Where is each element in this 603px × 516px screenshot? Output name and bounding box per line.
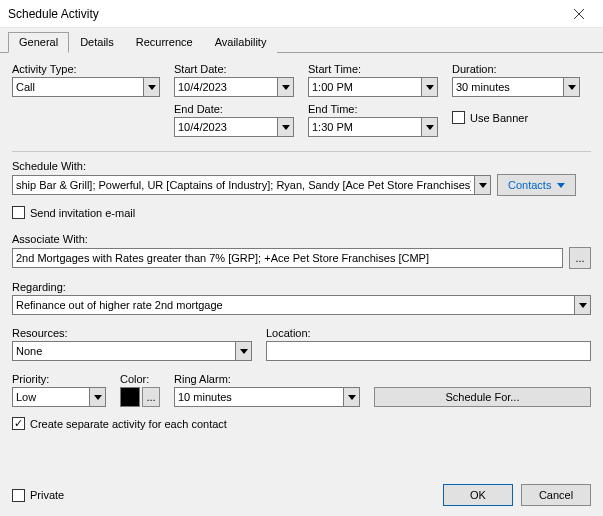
color-swatch[interactable] (120, 387, 140, 407)
divider (12, 151, 591, 152)
end-date-value[interactable] (174, 117, 277, 137)
create-separate-label: Create separate activity for each contac… (30, 418, 227, 430)
color-label: Color: (120, 373, 160, 385)
end-date-select[interactable] (174, 117, 294, 137)
chevron-down-icon[interactable] (277, 117, 294, 137)
end-time-value[interactable] (308, 117, 421, 137)
duration-value[interactable] (452, 77, 563, 97)
checkbox-icon (12, 417, 25, 430)
svg-marker-11 (240, 349, 248, 354)
chevron-down-icon[interactable] (89, 387, 106, 407)
resources-value[interactable] (12, 341, 235, 361)
chevron-down-icon[interactable] (421, 117, 438, 137)
tab-strip: General Details Recurrence Availability (0, 28, 603, 53)
private-checkbox[interactable]: Private (12, 489, 64, 502)
start-date-select[interactable] (174, 77, 294, 97)
location-label: Location: (266, 327, 591, 339)
title-bar: Schedule Activity (0, 0, 603, 28)
tab-content: Activity Type: Start Date: End Date: (0, 53, 603, 440)
tab-details[interactable]: Details (69, 32, 125, 53)
schedule-for-button[interactable]: Schedule For... (374, 387, 591, 407)
svg-marker-4 (282, 125, 290, 130)
chevron-down-icon[interactable] (574, 295, 591, 315)
private-label: Private (30, 489, 64, 501)
chevron-down-icon[interactable] (474, 175, 491, 195)
schedule-activity-dialog: Schedule Activity General Details Recurr… (0, 0, 603, 516)
chevron-down-icon[interactable] (235, 341, 252, 361)
start-time-label: Start Time: (308, 63, 438, 75)
use-banner-label: Use Banner (470, 112, 528, 124)
checkbox-icon (452, 111, 465, 124)
chevron-down-icon[interactable] (563, 77, 580, 97)
close-icon (574, 9, 584, 19)
duration-select[interactable] (452, 77, 580, 97)
chevron-down-icon[interactable] (143, 77, 160, 97)
tab-availability[interactable]: Availability (204, 32, 278, 53)
cancel-button[interactable]: Cancel (521, 484, 591, 506)
svg-marker-9 (557, 183, 565, 188)
priority-value[interactable] (12, 387, 89, 407)
svg-marker-13 (348, 395, 356, 400)
create-separate-checkbox[interactable]: Create separate activity for each contac… (12, 417, 227, 430)
checkbox-icon (12, 206, 25, 219)
svg-marker-6 (426, 125, 434, 130)
tab-recurrence[interactable]: Recurrence (125, 32, 204, 53)
priority-label: Priority: (12, 373, 106, 385)
priority-select[interactable] (12, 387, 106, 407)
end-date-label: End Date: (174, 103, 294, 115)
chevron-down-icon[interactable] (277, 77, 294, 97)
svg-marker-12 (94, 395, 102, 400)
schedule-with-select[interactable] (12, 175, 491, 195)
ok-button[interactable]: OK (443, 484, 513, 506)
dialog-footer: Private OK Cancel (12, 484, 591, 506)
color-browse-button[interactable]: ... (142, 387, 160, 407)
send-invitation-label: Send invitation e-mail (30, 207, 135, 219)
associate-with-browse-button[interactable]: ... (569, 247, 591, 269)
end-time-select[interactable] (308, 117, 438, 137)
regarding-label: Regarding: (12, 281, 591, 293)
use-banner-checkbox[interactable]: Use Banner (452, 111, 580, 124)
svg-marker-7 (568, 85, 576, 90)
ring-alarm-label: Ring Alarm: (174, 373, 360, 385)
start-time-select[interactable] (308, 77, 438, 97)
contacts-button[interactable]: Contacts (497, 174, 576, 196)
window-title: Schedule Activity (8, 7, 559, 21)
svg-marker-10 (579, 303, 587, 308)
ring-alarm-select[interactable] (174, 387, 360, 407)
associate-with-label: Associate With: (12, 233, 591, 245)
end-time-label: End Time: (308, 103, 438, 115)
schedule-with-value[interactable] (12, 175, 474, 195)
send-invitation-checkbox[interactable]: Send invitation e-mail (12, 206, 135, 219)
activity-type-value[interactable] (12, 77, 143, 97)
regarding-select[interactable] (12, 295, 591, 315)
regarding-value[interactable] (12, 295, 574, 315)
start-time-value[interactable] (308, 77, 421, 97)
ring-alarm-value[interactable] (174, 387, 343, 407)
activity-type-label: Activity Type: (12, 63, 160, 75)
chevron-down-icon[interactable] (343, 387, 360, 407)
start-date-label: Start Date: (174, 63, 294, 75)
activity-type-select[interactable] (12, 77, 160, 97)
checkbox-icon (12, 489, 25, 502)
start-date-value[interactable] (174, 77, 277, 97)
close-button[interactable] (559, 2, 599, 26)
resources-label: Resources: (12, 327, 252, 339)
resources-select[interactable] (12, 341, 252, 361)
location-input[interactable] (266, 341, 591, 361)
svg-marker-5 (426, 85, 434, 90)
duration-label: Duration: (452, 63, 580, 75)
svg-marker-8 (479, 183, 487, 188)
tab-general[interactable]: General (8, 32, 69, 53)
svg-marker-2 (148, 85, 156, 90)
chevron-down-icon (557, 183, 565, 188)
chevron-down-icon[interactable] (421, 77, 438, 97)
schedule-with-label: Schedule With: (12, 160, 591, 172)
associate-with-value[interactable] (12, 248, 563, 268)
svg-marker-3 (282, 85, 290, 90)
contacts-button-label: Contacts (508, 179, 551, 191)
